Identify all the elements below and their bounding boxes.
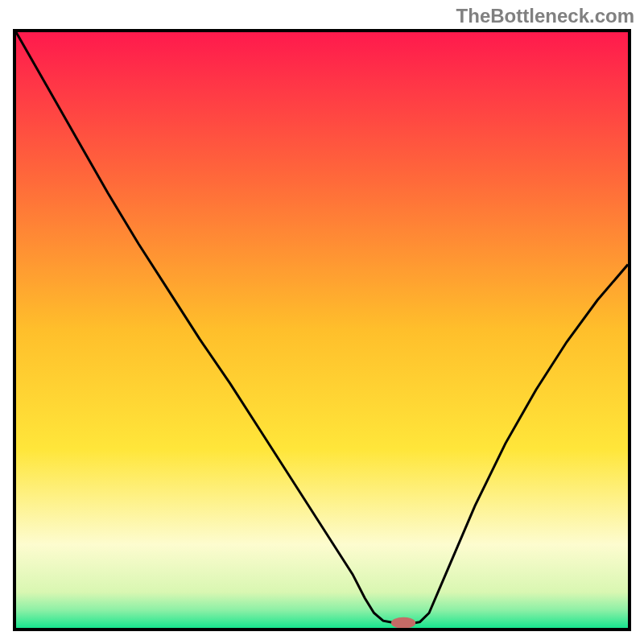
watermark-text: TheBottleneck.com: [456, 5, 634, 27]
chart-background: [16, 32, 628, 628]
chart-frame: [13, 29, 631, 631]
chart-svg: [16, 32, 628, 628]
